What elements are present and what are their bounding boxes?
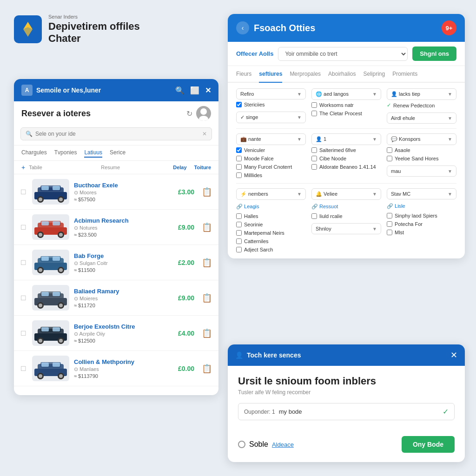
check-milllides[interactable]: Milllides: [236, 172, 306, 178]
link-ressuot[interactable]: 🔗 Ressuot: [311, 204, 338, 209]
filter-nante[interactable]: 💼 nante▼: [236, 133, 306, 145]
car-list-header: + Tabile Resume Delay Toiture: [14, 161, 218, 174]
car-badge-2: £2.00: [171, 259, 194, 266]
check-asaole[interactable]: Asaole: [387, 147, 456, 153]
filter-grid: Refiro▼ Stericiies ✓ singe▼ 🌐 aed langos…: [228, 83, 465, 258]
svg-rect-9: [53, 186, 60, 190]
car-action-icon-1[interactable]: 📋: [202, 222, 212, 232]
refresh-icon[interactable]: ↻: [186, 109, 192, 118]
search-tab-5[interactable]: Promients: [392, 66, 417, 83]
dialog-input[interactable]: [279, 408, 439, 415]
tab-chargules[interactable]: Chargules: [21, 148, 47, 158]
search-tab-0[interactable]: Fieurs: [236, 66, 251, 83]
add-icon[interactable]: +: [21, 164, 25, 171]
car-checkbox-1[interactable]: ☐: [20, 224, 26, 231]
filter-select[interactable]: Yoir ommibile co trert: [278, 47, 408, 61]
dialog-close-button[interactable]: ✕: [450, 350, 457, 360]
check-halles[interactable]: Halles: [236, 213, 306, 219]
notification-icon[interactable]: 9+: [442, 20, 456, 35]
check-seorinie[interactable]: Seorinie: [236, 221, 306, 228]
panel-icon: A: [21, 85, 33, 96]
check-aldorate[interactable]: Aldorate Beaneo 1.41.14: [311, 164, 381, 170]
maximize-icon[interactable]: ⬜: [190, 86, 199, 95]
svg-rect-8: [41, 186, 49, 190]
filter-nembers[interactable]: ⚡ nembers▼: [236, 188, 306, 200]
search-input[interactable]: [35, 131, 199, 137]
filter-singe[interactable]: ✓ singe▼: [236, 112, 306, 123]
filter-airdl[interactable]: Airdl ehule▼: [387, 112, 456, 124]
filter-1[interactable]: 👤 1▼: [311, 133, 381, 145]
car-checkbox-3[interactable]: ☐: [20, 294, 26, 302]
car-action-icon-4[interactable]: 📋: [202, 328, 212, 338]
check-mlst[interactable]: Mlst: [387, 229, 456, 236]
link-leagis[interactable]: 🔗 Leagis: [236, 204, 259, 209]
check-yeeloe[interactable]: Yeeloe Sand Hores: [387, 155, 456, 162]
car-badge-1: £9.00: [171, 224, 194, 231]
search-tab-2[interactable]: Merpropales: [290, 66, 321, 83]
car-checkbox-5[interactable]: ☐: [20, 365, 26, 372]
car-action-icon-5[interactable]: 📋: [202, 364, 212, 374]
filter-aed-langos[interactable]: 🌐 aed langos▼: [311, 88, 381, 100]
search-tab-1[interactable]: seftiures: [259, 66, 282, 83]
check-sinphy[interactable]: Sinphy laod Spiers: [387, 212, 456, 219]
svg-rect-49: [53, 327, 60, 331]
tab-tvponies[interactable]: Tvponies: [54, 148, 77, 158]
back-button[interactable]: ‹: [236, 21, 249, 34]
dialog-footer-link[interactable]: Aldeace: [272, 441, 294, 448]
tab-serice[interactable]: Serice: [110, 148, 126, 158]
dialog-radio[interactable]: [238, 441, 245, 448]
svg-point-63: [59, 374, 63, 378]
check-worksoms[interactable]: Worksoms natr: [311, 102, 381, 108]
search-bar[interactable]: 🔍 ✕: [20, 127, 212, 140]
panel-header-label: Semoile or Nes,luner: [36, 86, 101, 94]
dialog-submit-button[interactable]: Ony Bode: [402, 436, 455, 453]
check-martepemal[interactable]: Martepemal Neirs: [236, 230, 306, 236]
search-tab-3[interactable]: Aboirhalios: [328, 66, 356, 83]
tab-latiuus[interactable]: Latiuus: [84, 148, 102, 158]
filter-shnloy[interactable]: Shnloy▼: [311, 223, 381, 234]
check-veniculer[interactable]: Veniculer: [236, 147, 306, 153]
link-lisle[interactable]: 🔗 Lisle: [387, 203, 405, 209]
car-price-0: ≈ $57500: [74, 197, 166, 202]
search-button[interactable]: Shgnl ons: [412, 46, 456, 61]
avatar[interactable]: [196, 106, 211, 121]
car-checkbox-0[interactable]: ☐: [20, 188, 26, 196]
check-renew[interactable]: ✓ Renew Pedectcon: [387, 102, 456, 109]
filter-mau[interactable]: mau▼: [387, 165, 456, 177]
car-action-icon-0[interactable]: 📋: [202, 187, 212, 197]
panel-search: 🔍 ✕: [14, 123, 218, 145]
check-moode-falce[interactable]: Moode Falce: [236, 155, 306, 162]
filter-veliee[interactable]: 🔔 Veliee▼: [311, 188, 381, 200]
car-name-4: Berjoe Exeolstn Citre: [74, 323, 166, 330]
check-iiuld[interactable]: Iiuld rcalie: [311, 213, 381, 219]
filter-konspors[interactable]: 💬 Konspors▼: [387, 133, 456, 145]
check-many-furcel[interactable]: Many Furcel Cnoterrt: [236, 164, 306, 170]
search-filter-row: Offecer Aolls Yoir ommibile co trert Shg…: [228, 42, 465, 66]
car-action-icon-3[interactable]: 📋: [202, 293, 212, 303]
car-badge-3: £9.00: [171, 294, 194, 302]
car-action-icon-2[interactable]: 📋: [202, 258, 212, 268]
check-salterimed[interactable]: Salterimed 6five: [311, 147, 381, 153]
car-badge-5: £0.00: [171, 365, 194, 372]
check-stericiies[interactable]: Stericiies: [236, 101, 306, 108]
check-potecha[interactable]: Potecha For: [387, 221, 456, 227]
clear-icon[interactable]: ✕: [202, 131, 207, 137]
filter-lacks[interactable]: 👤 lacks tiep▼: [387, 88, 456, 100]
check-catterniles[interactable]: Catterniles: [236, 238, 306, 245]
check-adject[interactable]: Adject Sarch: [236, 246, 306, 253]
check-cibe[interactable]: Cibe Noode: [311, 155, 381, 162]
filter-refiro[interactable]: Refiro▼: [236, 88, 306, 99]
search-icon-small: 🔍: [26, 131, 33, 137]
close-icon[interactable]: ✕: [205, 86, 211, 95]
search-icon[interactable]: 🔍: [175, 86, 185, 95]
car-subtitle-0: ⊙ Moores: [74, 190, 166, 196]
filter-stav[interactable]: Stav MC▼: [387, 188, 456, 199]
car-checkbox-4[interactable]: ☐: [20, 330, 26, 337]
svg-rect-39: [53, 292, 60, 296]
car-checkbox-2[interactable]: ☐: [20, 259, 26, 266]
check-icon: ✓: [443, 407, 449, 416]
search-tab-4[interactable]: Selipring: [363, 66, 385, 83]
check-cletar[interactable]: The Cletar Procest: [311, 110, 381, 117]
car-badge-4: £4.00: [171, 330, 194, 337]
dialog-icon: 👤: [235, 351, 243, 359]
